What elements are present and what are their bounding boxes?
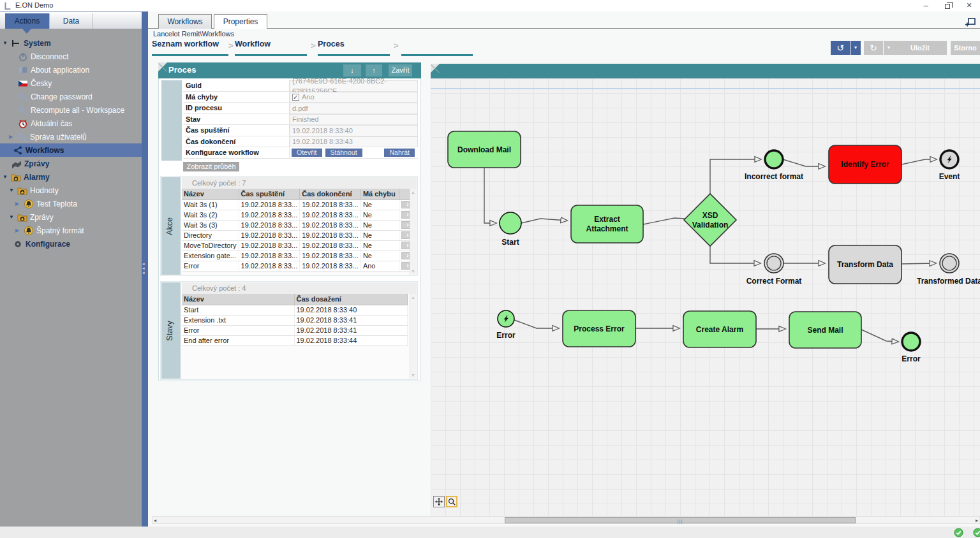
table-row[interactable]: Extension .txt19.02.2018 8:33:41: [182, 315, 407, 325]
sidebar-item-zpr-vy[interactable]: ▼Zprávy: [0, 210, 142, 224]
column-header[interactable]: Má chybu: [360, 189, 399, 200]
expander-down-icon[interactable]: ▼: [3, 174, 11, 180]
nahr-t-button[interactable]: Nahrát: [384, 149, 415, 157]
step-empty[interactable]: [401, 40, 473, 56]
scroll-left-icon[interactable]: ◂: [154, 518, 156, 523]
table-row[interactable]: End after error19.02.2018 8:33:44: [182, 335, 407, 345]
sidebar-item--patn-form-t[interactable]: ▶Špatný formát: [0, 224, 142, 237]
sidebar-item-test-teplota[interactable]: ▶Test Teplota: [0, 197, 142, 210]
expander-down-icon[interactable]: ▼: [9, 214, 17, 220]
tab-data[interactable]: Data: [49, 13, 93, 29]
svg-text:Attachment: Attachment: [586, 224, 628, 233]
canvas-header: [431, 64, 980, 78]
node-extract-attachment[interactable]: ExtractAttachment: [571, 205, 643, 243]
node-download-mail[interactable]: Download Mail: [448, 131, 521, 168]
cancel-button[interactable]: Storno: [951, 41, 980, 55]
column-header[interactable]: Čas spuštění: [239, 189, 300, 200]
redo-button[interactable]: ↻: [864, 41, 883, 55]
zoom-tool-button[interactable]: [446, 496, 457, 507]
table-row[interactable]: Wait 3s (3)19.02.2018 8:33...19.02.2018 …: [182, 220, 417, 230]
table-row[interactable]: Error19.02.2018 8:33...19.02.2018 8:33..…: [182, 261, 417, 271]
expander-right-icon[interactable]: ▶: [9, 134, 17, 140]
node-send-mail[interactable]: Send Mail: [789, 312, 861, 348]
sidebar-item-zpr-vy[interactable]: Zprávy: [0, 157, 142, 170]
field-value--as-spu-t-n-[interactable]: 19.02.2018 8:33:40: [290, 125, 418, 136]
step-workflow[interactable]: Workflow: [235, 40, 307, 56]
node-incorrect-format[interactable]: [765, 150, 783, 168]
node-process-error[interactable]: Process Error: [563, 310, 635, 347]
table-row[interactable]: Error19.02.2018 8:33:41: [182, 325, 407, 335]
node-event[interactable]: [940, 150, 958, 168]
node-correct-format[interactable]: [764, 254, 783, 273]
horizontal-scrollbar[interactable]: ◂ ||| ▸: [152, 516, 980, 524]
node-error-trigger[interactable]: [498, 310, 514, 327]
table-row[interactable]: Wait 3s (2)19.02.2018 8:33...19.02.2018 …: [182, 210, 417, 220]
column-header[interactable]: Čas dosažení: [294, 294, 407, 305]
checkbox[interactable]: ✓: [292, 94, 299, 101]
restore-button[interactable]: [938, 0, 957, 11]
tab-workflows[interactable]: Workflows: [158, 14, 212, 29]
node-identify-error[interactable]: Identify Error: [829, 145, 902, 184]
node-transform-data[interactable]: Transform Data: [829, 245, 902, 284]
otev-t-button[interactable]: Otevřít: [292, 149, 322, 157]
sidebar-item-hodnoty[interactable]: ▼Hodnoty: [0, 184, 142, 197]
save-button[interactable]: Uložit: [893, 41, 947, 55]
expander-down-icon[interactable]: ▼: [9, 187, 17, 193]
move-down-button[interactable]: ↓: [343, 64, 361, 76]
column-header[interactable]: Název: [182, 189, 239, 200]
table-row[interactable]: Directory19.02.2018 8:33...19.02.2018 8:…: [182, 230, 417, 240]
sidebar-item-alarmy[interactable]: ▼Alarmy: [0, 170, 142, 184]
canvas-grid[interactable]: Download MailStartExtractAttachmentXSDVa…: [431, 78, 980, 516]
sidebar-item-disconnect[interactable]: Disconnect: [0, 50, 142, 63]
node-start[interactable]: [500, 212, 521, 234]
sidebar-item--esky[interactable]: Česky: [0, 76, 142, 90]
sidebar-item-konfigurace[interactable]: Konfigurace: [0, 237, 142, 251]
sidebar-item-workflows[interactable]: Workflows: [0, 143, 142, 157]
table-row[interactable]: Wait 3s (1)19.02.2018 8:33...19.02.2018 …: [182, 200, 417, 210]
sidebar-item-recompute-all-workspace[interactable]: Recompute all - Workspace: [0, 103, 142, 117]
field-value-guid[interactable]: {76746E9D-616E-4200-8BC2-628315256CE: [290, 80, 418, 91]
field-value-id-procesu[interactable]: d.pdf: [290, 103, 418, 113]
tab-properties[interactable]: Properties: [214, 14, 267, 29]
scrollbar-thumb[interactable]: |||: [505, 517, 856, 523]
step-proces[interactable]: Proces: [318, 40, 390, 56]
close-panel-button[interactable]: Zavřít: [389, 64, 412, 76]
sidebar-item-about-application[interactable]: About application: [0, 63, 142, 76]
popout-window-icon[interactable]: [965, 17, 976, 27]
expander-down-icon[interactable]: ▼: [3, 40, 11, 46]
sidebar-item-change-password[interactable]: Change password: [0, 90, 142, 103]
st-hnout-button[interactable]: Stáhnout: [325, 149, 362, 157]
table-row[interactable]: Extension gate...19.02.2018 8:33...19.02…: [182, 251, 417, 261]
node-error-end[interactable]: [902, 333, 920, 351]
show-progress-button[interactable]: Zobrazit průběh: [183, 162, 239, 171]
minimize-button[interactable]: –: [916, 0, 935, 11]
statusbar: [0, 527, 980, 538]
table-row[interactable]: Start19.02.2018 8:33:40: [182, 305, 407, 315]
expander-right-icon[interactable]: ▶: [15, 228, 24, 233]
column-header[interactable]: Čas dokončení: [300, 189, 361, 200]
akce-scrollbar[interactable]: ▲▼: [410, 189, 417, 275]
sidebar-splitter[interactable]: ◂◂◂: [142, 11, 148, 527]
move-up-button[interactable]: ↑: [366, 64, 382, 76]
tab-actions[interactable]: Actions: [5, 13, 49, 29]
pan-tool-button[interactable]: [433, 496, 445, 507]
node-xsd-validation[interactable]: XSDValidation: [684, 194, 736, 246]
step-seznam-workflow[interactable]: Seznam workflow: [152, 40, 228, 56]
sidebar-item-system[interactable]: ▼System: [0, 36, 142, 50]
field-value--as-dokon-en-[interactable]: 19.02.2018 8:33:43: [290, 136, 418, 147]
sidebar-item-aktu-ln-as[interactable]: Aktuální čas: [0, 117, 142, 130]
undo-dropdown-button[interactable]: ▾: [850, 41, 861, 55]
sidebar-item-spr-va-u-ivatel-[interactable]: ▶Správa uživatelů: [0, 130, 142, 143]
expander-right-icon[interactable]: ▶: [15, 201, 24, 207]
undo-button[interactable]: ↺: [831, 41, 850, 55]
scroll-right-icon[interactable]: ▸: [976, 518, 978, 523]
redo-dropdown-button[interactable]: ▾: [884, 41, 894, 55]
column-header[interactable]: Název: [182, 294, 294, 305]
stavy-scrollbar[interactable]: ▲▼: [410, 294, 417, 379]
status-ok-icon: [954, 528, 963, 537]
node-transformed-data[interactable]: [940, 254, 959, 273]
close-button[interactable]: ×: [960, 0, 979, 11]
table-row[interactable]: MoveToDirectory19.02.2018 8:33...19.02.2…: [182, 240, 417, 251]
node-create-alarm[interactable]: Create Alarm: [683, 311, 756, 347]
field-value-stav[interactable]: Finished: [290, 114, 418, 125]
